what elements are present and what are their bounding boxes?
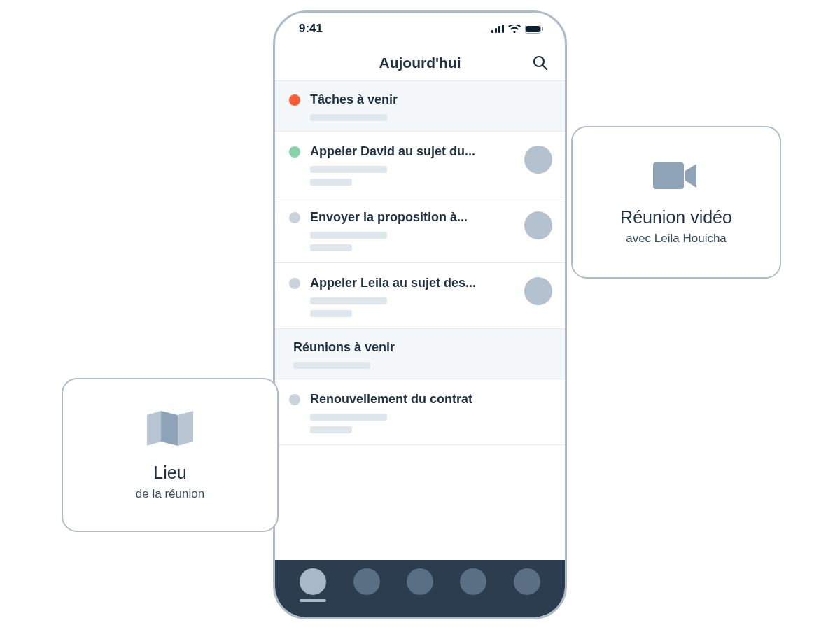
task-title: Appeler David au sujet du... <box>310 144 551 159</box>
status-dot-icon <box>289 94 300 106</box>
screen-header: Aujourd'hui <box>275 45 565 81</box>
nav-tab-4[interactable] <box>460 568 486 602</box>
meeting-row[interactable]: Renouvellement du contrat <box>275 379 565 445</box>
video-camera-icon <box>653 160 699 195</box>
placeholder-line <box>310 114 387 121</box>
status-dot-icon <box>289 146 300 158</box>
wifi-icon <box>508 24 521 34</box>
placeholder-line <box>293 362 370 369</box>
placeholder-line <box>310 232 387 239</box>
svg-rect-5 <box>653 162 684 189</box>
nav-icon <box>460 568 486 595</box>
section-header-tasks: Tâches à venir <box>275 81 565 132</box>
phone-screen: 9:41 Aujourd'hui Tâc <box>275 13 565 617</box>
nav-icon <box>354 568 380 595</box>
content-scroll[interactable]: Tâches à venir Appeler David au sujet du… <box>275 81 565 560</box>
status-dot-icon <box>289 394 300 405</box>
section-title: Tâches à venir <box>310 92 551 107</box>
status-dot-icon <box>289 278 300 289</box>
placeholder-line <box>310 426 352 433</box>
task-title: Appeler Leila au sujet des... <box>310 276 551 290</box>
task-title: Envoyer la proposition à... <box>310 210 551 225</box>
task-row[interactable]: Envoyer la proposition à... <box>275 197 565 263</box>
task-row[interactable]: Appeler David au sujet du... <box>275 132 565 197</box>
nav-tab-3[interactable] <box>407 568 433 602</box>
avatar[interactable] <box>524 211 552 239</box>
card-meeting-location[interactable]: Lieu de la réunion <box>62 378 279 532</box>
nav-tab-1[interactable] <box>300 568 326 602</box>
cellular-icon <box>491 24 504 33</box>
card-title: Réunion vidéo <box>620 207 732 227</box>
placeholder-line <box>310 166 387 173</box>
status-bar: 9:41 <box>275 13 565 45</box>
search-icon <box>533 55 548 71</box>
svg-rect-1 <box>526 26 540 32</box>
card-video-meeting[interactable]: Réunion vidéo avec Leila Houicha <box>571 126 781 279</box>
task-row[interactable]: Appeler Leila au sujet des... <box>275 263 565 329</box>
status-indicators <box>491 24 544 34</box>
search-button[interactable] <box>531 54 550 72</box>
placeholder-line <box>310 414 387 421</box>
svg-rect-2 <box>542 27 543 31</box>
placeholder-line <box>310 244 352 251</box>
nav-icon <box>407 568 433 595</box>
phone-frame: 9:41 Aujourd'hui Tâc <box>273 10 567 620</box>
section-title: Réunions à venir <box>293 340 551 355</box>
svg-line-4 <box>543 65 547 69</box>
avatar[interactable] <box>524 146 552 174</box>
meeting-title: Renouvellement du contrat <box>310 392 551 407</box>
placeholder-line <box>310 298 387 304</box>
bottom-nav <box>275 560 565 617</box>
section-header-meetings: Réunions à venir <box>275 329 565 379</box>
battery-icon <box>525 24 544 34</box>
nav-icon <box>300 568 326 595</box>
placeholder-line <box>310 310 352 317</box>
nav-tab-2[interactable] <box>354 568 380 602</box>
card-title: Lieu <box>153 463 186 483</box>
map-icon <box>146 410 195 450</box>
nav-icon <box>514 568 540 595</box>
page-title: Aujourd'hui <box>379 55 461 71</box>
nav-tab-5[interactable] <box>514 568 540 602</box>
card-subtitle: avec Leila Houicha <box>626 232 727 246</box>
placeholder-line <box>310 178 352 186</box>
card-subtitle: de la réunion <box>136 487 204 501</box>
avatar[interactable] <box>524 277 552 305</box>
status-time: 9:41 <box>299 22 323 36</box>
status-dot-icon <box>289 212 300 223</box>
